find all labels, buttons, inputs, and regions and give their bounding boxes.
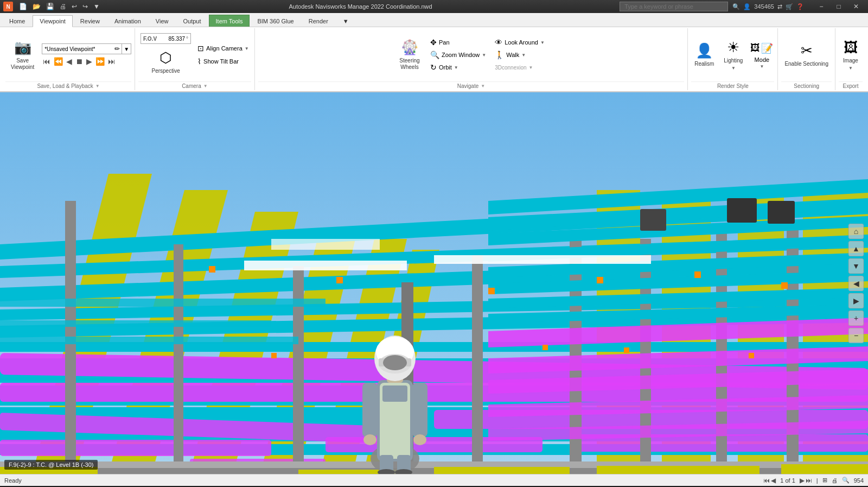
align-camera-arrow[interactable]: ▼ <box>245 46 249 51</box>
page-prev-btn[interactable]: ◀ <box>771 477 776 484</box>
tab-view[interactable]: View <box>149 15 176 27</box>
svg-rect-64 <box>542 345 548 350</box>
image-button[interactable]: 🖼 Image ▼ <box>839 33 863 77</box>
mode-col: 🖼 📝 Mode ▼ <box>749 41 774 69</box>
save-btn[interactable]: 💾 <box>44 3 56 10</box>
image-arrow[interactable]: ▼ <box>848 66 853 71</box>
walk-button[interactable]: 🚶 Walk ▼ <box>493 49 547 61</box>
tab-output[interactable]: Output <box>176 15 208 27</box>
window-controls: − □ ✕ <box>813 0 865 13</box>
render-style-label: Render Style <box>691 81 774 90</box>
page-nav: ⏮ ◀ <box>763 477 776 484</box>
steering-wheels-button[interactable]: 🎡 SteeringWheels <box>395 33 424 77</box>
undo-btn[interactable]: ↩ <box>70 3 79 10</box>
mode-arrow[interactable]: ▼ <box>760 64 764 69</box>
svg-rect-94 <box>640 209 666 231</box>
nav-zoom-out-btn[interactable]: − <box>848 328 864 343</box>
nav-up-btn[interactable]: ▲ <box>848 241 864 256</box>
lighting-button[interactable]: ☀ Lighting ▼ <box>720 33 746 77</box>
fov-input[interactable] <box>158 36 185 42</box>
info-icon[interactable]: 🔍 <box>732 3 740 10</box>
nav-zoom-in-btn[interactable]: + <box>848 311 864 326</box>
more-btn[interactable]: ▼ <box>92 3 101 10</box>
user-icon[interactable]: 👤 <box>743 3 751 10</box>
tab-item-tools[interactable]: Item Tools <box>209 15 250 27</box>
cart-icon[interactable]: 🛒 <box>786 3 793 10</box>
viewport[interactable]: ⌂ ▲ ▼ ◀ ▶ + − F.9(-2)-9 : T.C. @ Level 1… <box>0 92 868 474</box>
zoom-window-arrow[interactable]: ▼ <box>482 53 486 58</box>
perspective-button[interactable]: ⬡ Perspective <box>147 47 184 77</box>
zoom-window-button[interactable]: 🔍 Zoom Window ▼ <box>428 49 488 61</box>
save-load-expand[interactable]: ▼ <box>95 84 100 88</box>
tab-render[interactable]: Render <box>302 15 335 27</box>
navigate-content: 🎡 SteeringWheels ✥ Pan 🔍 Zoom Window ▼ ↻… <box>395 29 547 80</box>
search-input[interactable] <box>620 2 728 11</box>
connexion-arrow[interactable]: ▼ <box>529 65 533 70</box>
look-around-button[interactable]: 👁 Look Around ▼ <box>493 36 547 48</box>
viewpoint-dropdown[interactable]: ✏ ▼ <box>42 43 131 54</box>
tab-animation[interactable]: Animation <box>107 15 148 27</box>
sync-icon[interactable]: ⇄ <box>777 3 782 10</box>
play-stop-btn[interactable]: ⏹ <box>74 56 84 66</box>
orbit-button[interactable]: ↻ Orbit ▼ <box>428 61 488 73</box>
orbit-arrow[interactable]: ▼ <box>454 65 458 70</box>
svg-rect-79 <box>412 383 427 437</box>
play-first-btn[interactable]: ⏮ <box>42 56 52 66</box>
svg-rect-97 <box>0 299 326 307</box>
save-viewpoint-button[interactable]: 📷 SaveViewpoint <box>8 33 37 77</box>
svg-rect-99 <box>0 337 298 344</box>
play-prev-btn[interactable]: ◀ <box>65 56 73 66</box>
tab-review[interactable]: Review <box>73 15 107 27</box>
ribbon-group-navigate: 🎡 SteeringWheels ✥ Pan 🔍 Zoom Window ▼ ↻… <box>255 28 688 90</box>
look-around-arrow[interactable]: ▼ <box>540 40 545 45</box>
lighting-arrow[interactable]: ▼ <box>731 66 736 71</box>
pan-button[interactable]: ✥ Pan <box>428 36 488 48</box>
camera-content: F.O.V ° ⬡ Perspective ⊡ Align Camera ▼ ⌇ <box>138 29 251 80</box>
svg-rect-95 <box>244 261 407 270</box>
play-prev-section-btn[interactable]: ⏪ <box>53 56 64 66</box>
camera-expand[interactable]: ▼ <box>203 84 208 88</box>
redo-btn[interactable]: ↪ <box>81 3 90 10</box>
tab-home[interactable]: Home <box>2 15 32 27</box>
navigate-expand[interactable]: ▼ <box>481 84 485 88</box>
camera-label: Camera ▼ <box>138 81 251 90</box>
nav-left-btn[interactable]: ◀ <box>848 276 864 291</box>
close-button[interactable]: ✕ <box>847 0 865 13</box>
fov-input-group[interactable]: F.O.V ° <box>141 33 191 44</box>
page-first-btn[interactable]: ⏮ <box>763 477 770 484</box>
print-btn[interactable]: 🖨 <box>58 3 68 10</box>
play-next-btn[interactable]: ▶ <box>85 56 93 66</box>
svg-rect-96 <box>434 255 651 264</box>
sectioning-content: ✂ Enable Sectioning <box>781 29 832 80</box>
tab-viewpoint[interactable]: Viewpoint <box>33 15 73 27</box>
walk-arrow[interactable]: ▼ <box>521 53 526 58</box>
viewpoint-name-input[interactable] <box>42 46 113 52</box>
connexion-label: 3Dconnexion ▼ <box>493 61 547 73</box>
print-icon: 🖨 <box>832 477 838 484</box>
show-tilt-bar-button[interactable]: ⌇ Show Tilt Bar <box>195 55 251 67</box>
nav-right-btn[interactable]: ▶ <box>848 293 864 308</box>
help-icon[interactable]: ❓ <box>796 3 804 10</box>
open-btn[interactable]: 📂 <box>31 3 42 10</box>
viewpoint-edit-btn[interactable]: ✏ <box>113 44 122 54</box>
viewpoint-dropdown-arrow[interactable]: ▼ <box>122 44 131 54</box>
svg-rect-36 <box>293 266 304 472</box>
realism-button[interactable]: 👤 Realism <box>691 33 717 77</box>
nav-home-btn[interactable]: ⌂ <box>848 224 864 239</box>
play-last-btn[interactable]: ⏭ <box>107 56 117 66</box>
enable-sectioning-button[interactable]: ✂ Enable Sectioning <box>781 33 832 77</box>
tab-more[interactable]: ▼ <box>336 15 356 27</box>
tab-bim360[interactable]: BIM 360 Glue <box>250 15 301 27</box>
align-camera-button[interactable]: ⊡ Align Camera ▼ <box>195 42 251 54</box>
play-next-section-btn[interactable]: ⏩ <box>94 56 106 66</box>
mode-button[interactable]: 🖼 📝 <box>749 41 774 55</box>
minimize-button[interactable]: − <box>813 0 830 13</box>
page-next-btn[interactable]: ▶ <box>800 477 805 484</box>
ribbon-group-camera: F.O.V ° ⬡ Perspective ⊡ Align Camera ▼ ⌇ <box>135 28 255 90</box>
svg-rect-100 <box>271 239 380 250</box>
page-last-btn[interactable]: ⏭ <box>806 477 812 484</box>
new-btn[interactable]: 📄 <box>17 3 29 10</box>
nav-down-btn[interactable]: ▼ <box>848 258 864 274</box>
navigate-label: Navigate ▼ <box>258 81 685 90</box>
restore-button[interactable]: □ <box>830 0 847 13</box>
